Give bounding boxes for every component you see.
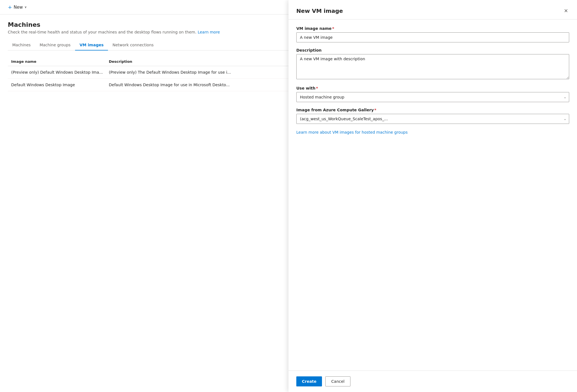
required-star-3: * <box>374 108 376 112</box>
panel-header: New VM image ✕ <box>288 0 577 20</box>
use-with-select[interactable]: Hosted machine group Both <box>296 92 569 102</box>
description-group: Description A new VM image with descript… <box>296 48 569 80</box>
new-button-label: New <box>14 5 23 10</box>
new-button[interactable]: + New ∨ <box>6 3 29 12</box>
tab-machines[interactable]: Machines <box>8 40 35 50</box>
panel-footer: Create Cancel <box>288 371 577 392</box>
cell-image-name-1: Default Windows Desktop Image <box>11 83 109 87</box>
learn-more-link[interactable]: Learn more <box>198 30 220 34</box>
description-textarea[interactable]: A new VM image with description <box>296 54 569 79</box>
tab-vm-images[interactable]: VM images <box>75 40 108 50</box>
vm-image-name-group: VM image name* <box>296 26 569 42</box>
image-gallery-label: Image from Azure Compute Gallery* <box>296 108 569 112</box>
tab-network-connections[interactable]: Network connections <box>108 40 158 50</box>
cell-image-name-0: (Preview only) Default Windows Desktop I… <box>11 70 109 74</box>
panel-body: VM image name* Description A new VM imag… <box>288 20 577 371</box>
plus-icon: + <box>8 4 12 10</box>
use-with-label: Use with* <box>296 86 569 90</box>
required-star-2: * <box>316 86 318 90</box>
close-icon: ✕ <box>564 8 568 14</box>
image-gallery-select[interactable]: (acg_west_us_WorkQueue_ScaleTest_apos_..… <box>296 114 569 124</box>
new-vm-image-panel: New VM image ✕ VM image name* Descriptio… <box>288 0 577 392</box>
vm-image-name-input[interactable] <box>296 32 569 42</box>
create-button[interactable]: Create <box>296 376 322 386</box>
vm-image-name-label: VM image name* <box>296 26 569 31</box>
use-with-select-wrapper: Hosted machine group Both ⌄ <box>296 92 569 102</box>
vm-images-learn-more-link[interactable]: Learn more about VM images for hosted ma… <box>296 130 408 135</box>
col-header-image-name: Image name <box>11 59 109 64</box>
image-gallery-group: Image from Azure Compute Gallery* (acg_w… <box>296 108 569 124</box>
tab-machine-groups[interactable]: Machine groups <box>35 40 75 50</box>
use-with-group: Use with* Hosted machine group Both ⌄ <box>296 86 569 102</box>
panel-title: New VM image <box>296 8 343 14</box>
image-gallery-select-wrapper: (acg_west_us_WorkQueue_ScaleTest_apos_..… <box>296 114 569 124</box>
cancel-button[interactable]: Cancel <box>325 376 350 386</box>
close-button[interactable]: ✕ <box>563 7 569 15</box>
required-star: * <box>332 26 334 31</box>
learn-more-group: Learn more about VM images for hosted ma… <box>296 129 569 135</box>
chevron-down-icon: ∨ <box>25 5 27 9</box>
description-label: Description <box>296 48 569 52</box>
